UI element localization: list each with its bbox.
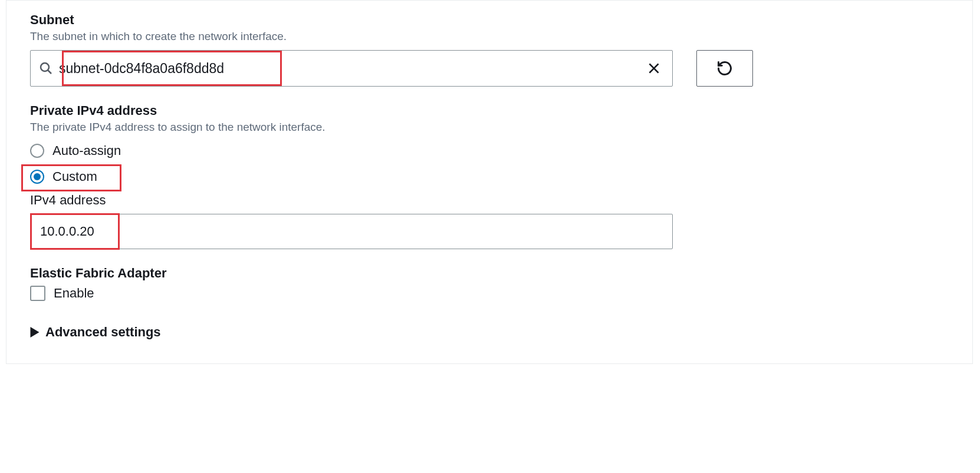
ipv4-input-wrap	[30, 214, 673, 249]
subnet-search-input[interactable]	[59, 61, 644, 77]
search-icon	[39, 61, 53, 75]
ipv4-address-input[interactable]	[30, 214, 673, 249]
svg-point-0	[41, 63, 49, 71]
radio-custom[interactable]	[30, 170, 44, 184]
ipv4-address-label: IPv4 address	[30, 193, 949, 208]
subnet-search-wrap	[30, 50, 673, 87]
advanced-settings-label: Advanced settings	[45, 325, 161, 340]
efa-enable-checkbox[interactable]	[30, 286, 45, 301]
radio-custom-label: Custom	[52, 169, 97, 184]
close-icon	[646, 61, 662, 76]
radio-auto-assign-label: Auto-assign	[52, 143, 121, 158]
efa-field-group: Elastic Fabric Adapter Enable	[30, 266, 949, 301]
radio-auto-assign[interactable]	[30, 144, 44, 158]
radio-custom-row[interactable]: Custom	[30, 167, 949, 187]
radio-auto-assign-row[interactable]: Auto-assign	[30, 141, 949, 161]
refresh-icon	[716, 60, 733, 77]
efa-enable-row[interactable]: Enable	[30, 286, 949, 301]
clear-subnet-button[interactable]	[644, 58, 664, 78]
network-interface-panel: Subnet The subnet in which to create the…	[6, 0, 973, 364]
subnet-input-row	[30, 50, 949, 87]
advanced-settings-expander[interactable]: Advanced settings	[30, 325, 949, 340]
efa-label: Elastic Fabric Adapter	[30, 266, 949, 281]
private-ip-help: The private IPv4 address to assign to th…	[30, 121, 949, 134]
efa-enable-label: Enable	[54, 286, 94, 301]
refresh-subnet-button[interactable]	[696, 50, 753, 87]
subnet-field-group: Subnet The subnet in which to create the…	[30, 12, 949, 87]
private-ip-field-group: Private IPv4 address The private IPv4 ad…	[30, 103, 949, 249]
private-ip-label: Private IPv4 address	[30, 103, 949, 118]
svg-line-1	[48, 70, 51, 74]
subnet-label: Subnet	[30, 12, 949, 28]
svg-marker-4	[31, 327, 40, 338]
subnet-help: The subnet in which to create the networ…	[30, 30, 949, 43]
caret-right-icon	[30, 327, 40, 338]
